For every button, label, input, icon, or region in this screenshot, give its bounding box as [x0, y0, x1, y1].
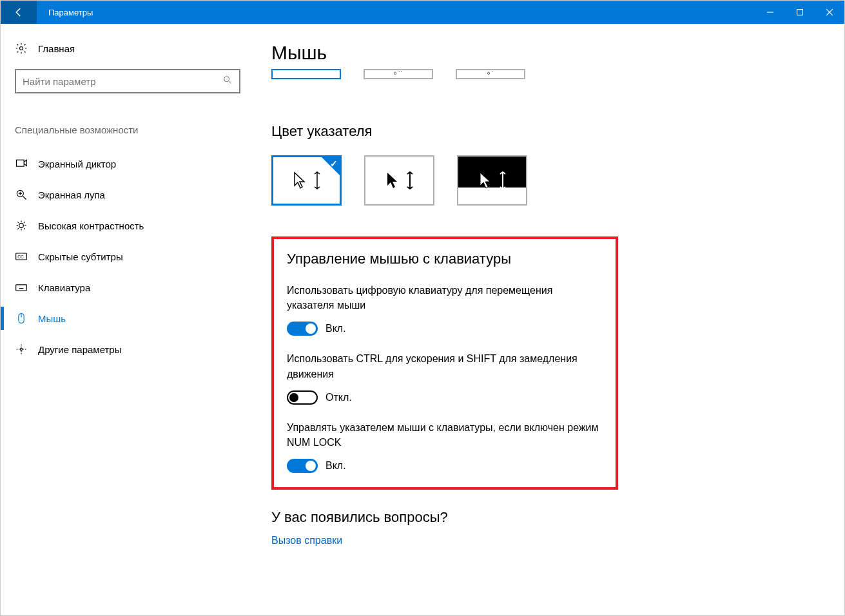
sidebar-home[interactable]: Главная — [15, 42, 231, 55]
setting-1-label: Использовать цифровую клавиатуру для пер… — [287, 283, 603, 313]
contrast-icon — [15, 219, 28, 232]
toggle-state: Откл. — [325, 392, 352, 403]
pointer-size-row: ⁰ ˙˙ ⁰ ˙ — [271, 69, 844, 79]
questions-title: У вас появились вопросы? — [271, 509, 844, 526]
magnifier-icon — [15, 188, 28, 201]
sidebar-item-magnifier[interactable]: Экранная лупа — [15, 179, 231, 210]
sidebar-item-label: Экранный диктор — [38, 159, 116, 169]
narrator-icon — [15, 157, 28, 170]
sidebar-item-label: Мышь — [38, 313, 66, 324]
gear-icon — [15, 42, 28, 55]
keyboard-icon — [15, 281, 28, 294]
svg-rect-7 — [17, 160, 24, 166]
sidebar-home-label: Главная — [38, 43, 75, 54]
svg-text:CC: CC — [17, 255, 24, 259]
sidebar-item-narrator[interactable]: Экранный диктор — [15, 148, 231, 179]
pointer-color-black[interactable] — [364, 155, 434, 206]
sidebar-item-label: Другие параметры — [38, 344, 122, 355]
minimize-button[interactable] — [755, 1, 785, 24]
back-button[interactable] — [1, 1, 37, 24]
search-input[interactable] — [15, 69, 240, 93]
setting-2-label: Использовать CTRL для ускорения и SHIFT … — [287, 351, 603, 381]
pointer-color-inverted[interactable] — [457, 155, 527, 206]
search-field[interactable] — [23, 76, 222, 87]
svg-line-6 — [229, 81, 231, 83]
cc-icon: CC — [15, 250, 28, 263]
sidebar-item-mouse[interactable]: Мышь — [15, 303, 231, 334]
sidebar-item-label: Высокая контрастность — [38, 220, 144, 231]
toggle-state: Вкл. — [325, 323, 346, 334]
maximize-button[interactable] — [785, 1, 815, 24]
svg-rect-23 — [16, 285, 27, 291]
search-icon — [222, 75, 233, 88]
other-icon — [15, 343, 28, 356]
setting-3-label: Управлять указателем мыши с клавиатуры, … — [287, 420, 603, 450]
svg-point-5 — [224, 77, 229, 82]
toggle-numpad-move[interactable] — [287, 322, 318, 336]
color-section-title: Цвет указателя — [271, 123, 844, 140]
sidebar-item-keyboard[interactable]: Клавиатура — [15, 272, 231, 303]
close-button[interactable] — [815, 1, 844, 24]
pointer-size-option-2[interactable]: ⁰ ˙˙ — [364, 69, 433, 79]
sidebar-item-label: Клавиатура — [38, 282, 90, 293]
keyboard-section-title: Управление мышью с клавиатуры — [287, 251, 610, 267]
svg-point-31 — [20, 348, 22, 350]
sidebar-item-label: Скрытые субтитры — [38, 251, 123, 262]
window-title: Параметры — [37, 8, 755, 17]
svg-line-19 — [17, 228, 19, 229]
svg-point-4 — [20, 47, 23, 50]
pointer-size-option-1[interactable] — [271, 69, 341, 79]
sidebar-item-cc[interactable]: CC Скрытые субтитры — [15, 241, 231, 272]
page-title: Мышь — [271, 42, 844, 64]
pointer-color-row: ✓ — [271, 155, 844, 206]
sidebar-item-other[interactable]: Другие параметры — [15, 334, 231, 365]
sidebar-item-label: Экранная лупа — [38, 189, 105, 200]
help-link[interactable]: Вызов справки — [271, 535, 844, 546]
svg-point-12 — [19, 224, 24, 228]
mouse-icon — [15, 312, 28, 325]
svg-rect-1 — [797, 10, 803, 15]
main-content: Мышь ⁰ ˙˙ ⁰ ˙ Цвет указателя ✓ — [246, 24, 844, 615]
pointer-color-white[interactable]: ✓ — [271, 155, 342, 206]
svg-line-18 — [24, 228, 25, 229]
svg-line-17 — [17, 222, 19, 223]
svg-line-11 — [23, 197, 26, 200]
sidebar-section-label: Специальные возможности — [15, 124, 231, 135]
toggle-state: Вкл. — [325, 460, 346, 472]
titlebar: Параметры — [1, 1, 844, 24]
svg-line-20 — [24, 222, 25, 223]
toggle-numlock[interactable] — [287, 459, 318, 473]
pointer-size-option-3[interactable]: ⁰ ˙ — [456, 69, 525, 79]
sidebar: Главная Специальные возможности Экранный… — [1, 24, 246, 615]
sidebar-item-contrast[interactable]: Высокая контрастность — [15, 210, 231, 241]
highlighted-section: Управление мышью с клавиатуры Использова… — [271, 236, 618, 490]
toggle-ctrl-shift-speed[interactable] — [287, 390, 318, 405]
